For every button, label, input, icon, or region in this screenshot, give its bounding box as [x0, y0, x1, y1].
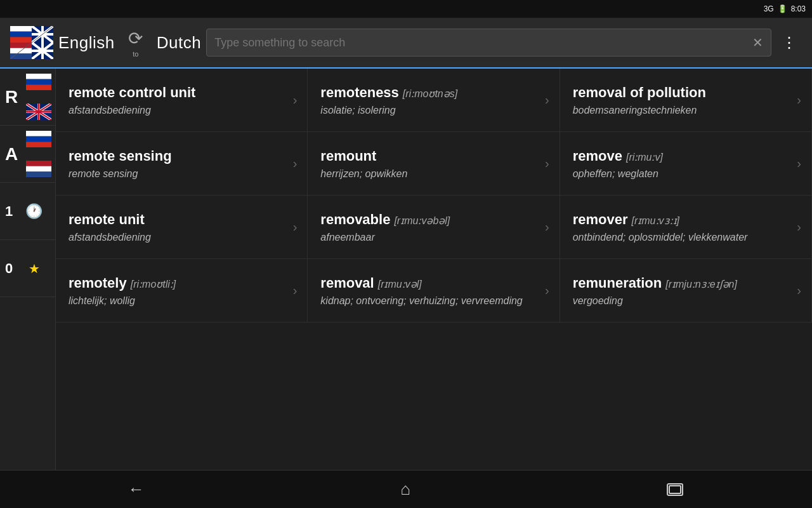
- word-cell[interactable]: remote sensingremote sensing›: [56, 132, 308, 196]
- sidebar-flag-uk: [26, 104, 51, 120]
- word-cell[interactable]: remove[riːmuːv]opheffen; weglaten›: [560, 132, 812, 196]
- sidebar-item-favorites[interactable]: 0 ★: [0, 240, 55, 297]
- word-content: remover[rɪmuːvɜːɪ]ontbindend; oplosmidde…: [573, 211, 792, 243]
- svg-rect-2: [10, 32, 32, 37]
- word-phonetic: [rɪmuːvəbəl]: [394, 215, 450, 227]
- word-translation: herrijzen; opwikken: [320, 168, 540, 180]
- word-translation: afneembaar: [320, 232, 540, 243]
- favorites-count: 0: [5, 260, 13, 277]
- svg-rect-21: [26, 74, 51, 79]
- word-cell[interactable]: remuneration[rɪmjuːnɜːeɪʃən]vergoeding›: [560, 259, 812, 323]
- sidebar: R: [0, 69, 56, 470]
- chevron-right-icon: ›: [293, 283, 298, 298]
- word-term: removal of pollution: [573, 84, 706, 102]
- chevron-right-icon: ›: [293, 93, 298, 107]
- word-title: remover[rɪmuːvɜːɪ]: [573, 211, 792, 229]
- swap-languages-button[interactable]: ⟳ to: [120, 28, 152, 58]
- app-header: English ⟳ to Dutch ✕ ⋮: [0, 18, 812, 69]
- word-term: removable: [320, 211, 390, 229]
- word-content: removal[rɪmuːvəl]kidnap; ontvoering; ver…: [320, 274, 540, 307]
- word-translation: afstandsbediening: [69, 105, 288, 116]
- word-translation: lichtelijk; wollig: [69, 295, 288, 307]
- word-cell[interactable]: remote unitafstandsbediening›: [56, 196, 308, 259]
- target-language-label: Dutch: [157, 33, 201, 53]
- word-grid: remote control unitafstandsbediening›rem…: [56, 69, 812, 323]
- word-content: remoteness[riːmoʊtnəs]isolatie; isolerin…: [320, 84, 540, 116]
- word-title: removable[rɪmuːvəbəl]: [320, 211, 540, 229]
- svg-rect-33: [26, 131, 51, 137]
- word-cell[interactable]: removal[rɪmuːvəl]kidnap; ontvoering; ver…: [308, 259, 560, 323]
- word-term: remote sensing: [69, 147, 172, 166]
- sidebar-item-r[interactable]: R: [0, 69, 55, 126]
- word-phonetic: [riːmuːv]: [626, 151, 663, 163]
- word-cell[interactable]: removable[rɪmuːvəbəl]afneembaar›: [308, 196, 560, 259]
- chevron-right-icon: ›: [797, 93, 801, 107]
- svg-rect-35: [26, 142, 51, 147]
- signal-indicator: 3G: [764, 4, 774, 13]
- sidebar-letter-a: A: [5, 144, 18, 164]
- word-content: remote control unitafstandsbediening: [69, 84, 288, 116]
- word-content: remove[riːmuːv]opheffen; weglaten: [573, 147, 792, 180]
- sidebar-flag-ru: [26, 74, 51, 90]
- word-term: remove: [573, 147, 622, 166]
- word-title: remount: [320, 147, 540, 166]
- svg-rect-1: [10, 26, 32, 32]
- word-content: removable[rɪmuːvəbəl]afneembaar: [320, 211, 540, 243]
- word-content: removal of pollutionbodemsaneringstechni…: [573, 84, 792, 116]
- word-title: remotely[riːmoʊtliː]: [69, 274, 288, 293]
- sidebar-item-history[interactable]: 1 🕐: [0, 183, 55, 240]
- word-term: remount: [320, 147, 376, 166]
- recents-button[interactable]: [651, 478, 699, 502]
- search-bar[interactable]: ✕: [206, 29, 771, 57]
- word-title: remoteness[riːmoʊtnəs]: [320, 84, 540, 102]
- word-content: remuneration[rɪmjuːnɜːeɪʃən]vergoeding: [573, 274, 792, 307]
- word-term: removal: [320, 274, 374, 293]
- word-translation: ontbindend; oplosmiddel; vlekkenwater: [573, 232, 792, 243]
- svg-rect-34: [26, 137, 51, 142]
- word-term: remotely: [69, 274, 127, 293]
- word-phonetic: [rɪmjuːnɜːeɪʃən]: [665, 278, 737, 290]
- chevron-right-icon: ›: [545, 220, 549, 234]
- svg-rect-3: [10, 37, 32, 43]
- main-content: remote control unitafstandsbediening›rem…: [56, 69, 812, 470]
- sidebar-flag-ru2: [26, 131, 51, 147]
- svg-rect-38: [26, 171, 51, 177]
- word-translation: afstandsbediening: [69, 232, 288, 243]
- swap-icon: ⟳: [128, 28, 143, 49]
- chevron-right-icon: ›: [545, 156, 549, 171]
- sidebar-flag-nl: [26, 161, 51, 177]
- language-flags: [10, 26, 53, 59]
- word-content: remountherrijzen; opwikken: [320, 147, 540, 180]
- word-title: remuneration[rɪmjuːnɜːeɪʃən]: [573, 274, 792, 293]
- chevron-right-icon: ›: [797, 283, 801, 298]
- clear-search-button[interactable]: ✕: [752, 35, 763, 50]
- word-cell[interactable]: remotely[riːmoʊtliː]lichtelijk; wollig›: [56, 259, 308, 323]
- word-cell[interactable]: remote control unitafstandsbediening›: [56, 69, 308, 132]
- home-button[interactable]: ⌂: [385, 474, 426, 504]
- star-icon: ★: [29, 261, 40, 276]
- swap-to-label: to: [133, 50, 138, 58]
- word-title: remote unit: [69, 211, 288, 229]
- word-cell[interactable]: remountherrijzen; opwikken›: [308, 132, 560, 196]
- word-content: remotely[riːmoʊtliː]lichtelijk; wollig: [69, 274, 288, 307]
- word-cell[interactable]: remoteness[riːmoʊtnəs]isolatie; isolerin…: [308, 69, 560, 132]
- search-input[interactable]: [214, 36, 747, 50]
- word-phonetic: [riːmoʊtliː]: [131, 278, 176, 290]
- word-term: remote control unit: [69, 84, 195, 102]
- chevron-right-icon: ›: [293, 156, 298, 171]
- svg-rect-22: [26, 79, 51, 85]
- content-area: R: [0, 69, 812, 470]
- source-language-label: English: [58, 33, 115, 53]
- word-cell[interactable]: removal of pollutionbodemsaneringstechni…: [560, 69, 812, 132]
- back-button[interactable]: ←: [113, 474, 160, 504]
- word-translation: opheffen; weglaten: [573, 168, 792, 180]
- word-cell[interactable]: remover[rɪmuːvɜːɪ]ontbindend; oplosmidde…: [560, 196, 812, 259]
- word-translation: vergoeding: [573, 295, 792, 307]
- chevron-right-icon: ›: [545, 93, 549, 107]
- sidebar-item-a[interactable]: A: [0, 126, 55, 183]
- menu-button[interactable]: ⋮: [776, 29, 802, 57]
- word-title: removal[rɪmuːvəl]: [320, 274, 540, 293]
- word-title: remote sensing: [69, 147, 288, 166]
- word-translation: isolatie; isolering: [320, 105, 540, 116]
- chevron-right-icon: ›: [797, 220, 801, 234]
